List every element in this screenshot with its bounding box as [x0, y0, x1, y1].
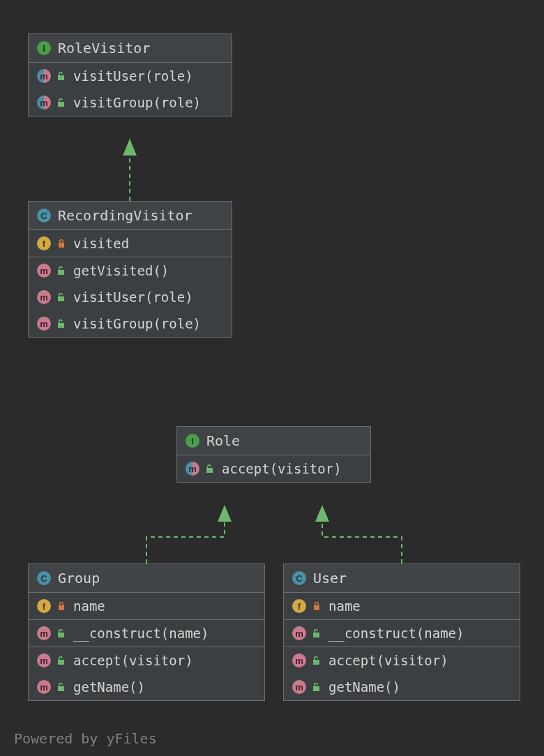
method-name: visitGroup(role)	[73, 95, 201, 110]
interface-icon: I	[37, 41, 51, 55]
method-row[interactable]: m __construct(name)	[29, 620, 264, 647]
method-name: visitUser(role)	[73, 68, 193, 84]
class-title: Group	[58, 570, 100, 587]
unlock-icon	[56, 98, 66, 107]
class-header: C User	[284, 564, 520, 593]
class-group[interactable]: C Group f name m __construct(name) m acc…	[28, 564, 265, 701]
abstract-method-icon	[37, 69, 51, 83]
unlock-icon	[56, 682, 66, 692]
method-name: __construct(name)	[73, 626, 209, 641]
field-icon: f	[37, 236, 51, 250]
field-row[interactable]: f name	[29, 593, 264, 619]
powered-by-label: Powered by yFiles	[14, 730, 157, 747]
class-icon: C	[37, 209, 51, 222]
unlock-icon	[56, 319, 66, 328]
class-title: RoleVisitor	[58, 40, 150, 56]
methods-section: m getVisited() m visitUser(role) m visit…	[29, 257, 232, 337]
class-title: RecordingVisitor	[58, 207, 192, 224]
method-icon: m	[292, 680, 306, 694]
methods-section: accept(visitor)	[177, 455, 370, 482]
method-name: getName()	[328, 679, 400, 695]
unlock-icon	[312, 628, 322, 638]
field-row[interactable]: f visited	[29, 230, 232, 257]
methods-section: m __construct(name)	[29, 620, 264, 647]
method-icon: m	[37, 317, 51, 331]
unlock-icon	[205, 464, 215, 474]
class-title: User	[313, 570, 347, 587]
lock-icon	[56, 601, 66, 611]
methods-section: m accept(visitor) m getName()	[29, 647, 264, 700]
method-row[interactable]: accept(visitor)	[177, 455, 370, 482]
class-header: I RoleVisitor	[29, 34, 232, 63]
method-name: __construct(name)	[328, 626, 464, 641]
method-name: getVisited()	[73, 263, 169, 278]
class-role[interactable]: I Role accept(visitor)	[176, 426, 371, 483]
method-row[interactable]: m getName()	[29, 674, 264, 700]
unlock-icon	[312, 682, 322, 692]
method-row[interactable]: m visitUser(role)	[29, 284, 232, 310]
method-icon: m	[37, 264, 51, 278]
methods-section: m accept(visitor) m getName()	[284, 647, 520, 700]
class-rolevisitor[interactable]: I RoleVisitor visitUser(role) visitGroup…	[28, 33, 232, 116]
method-icon: m	[37, 680, 51, 694]
lock-icon	[56, 239, 66, 248]
method-icon: m	[37, 290, 51, 304]
unlock-icon	[56, 266, 66, 275]
interface-icon: I	[186, 434, 199, 448]
class-title: Role	[206, 432, 240, 449]
unlock-icon	[312, 656, 322, 665]
method-name: accept(visitor)	[73, 653, 193, 668]
class-icon: C	[37, 571, 51, 585]
method-row[interactable]: m accept(visitor)	[29, 647, 264, 674]
method-name: getName()	[73, 679, 145, 695]
method-icon: m	[37, 653, 51, 667]
method-icon: m	[37, 626, 51, 640]
method-icon: m	[292, 626, 306, 640]
method-name: visitGroup(role)	[73, 316, 201, 331]
method-row[interactable]: visitUser(role)	[29, 63, 232, 89]
method-row[interactable]: m accept(visitor)	[284, 647, 520, 674]
class-icon: C	[292, 571, 306, 585]
lock-icon	[312, 601, 322, 611]
class-header: C Group	[29, 564, 264, 593]
method-name: visitUser(role)	[73, 289, 193, 305]
field-row[interactable]: f name	[284, 593, 520, 619]
unlock-icon	[56, 292, 66, 302]
field-name: name	[73, 598, 105, 614]
abstract-method-icon	[186, 462, 199, 476]
method-row[interactable]: m getVisited()	[29, 257, 232, 284]
methods-section: m __construct(name)	[284, 620, 520, 647]
method-name: accept(visitor)	[222, 461, 342, 476]
abstract-method-icon	[37, 96, 51, 109]
fields-section: f name	[29, 593, 264, 620]
fields-section: f visited	[29, 230, 232, 257]
field-icon: f	[37, 599, 51, 613]
method-name: accept(visitor)	[328, 653, 448, 668]
methods-section: visitUser(role) visitGroup(role)	[29, 63, 232, 116]
field-name: visited	[73, 236, 129, 251]
unlock-icon	[56, 656, 66, 665]
unlock-icon	[56, 71, 66, 81]
class-header: C RecordingVisitor	[29, 202, 232, 230]
class-header: I Role	[177, 427, 370, 455]
method-row[interactable]: visitGroup(role)	[29, 89, 232, 116]
method-row[interactable]: m __construct(name)	[284, 620, 520, 647]
field-icon: f	[292, 599, 306, 613]
unlock-icon	[56, 628, 66, 638]
method-row[interactable]: m visitGroup(role)	[29, 310, 232, 337]
fields-section: f name	[284, 593, 520, 620]
method-row[interactable]: m getName()	[284, 674, 520, 700]
method-icon: m	[292, 653, 306, 667]
field-name: name	[328, 598, 361, 614]
class-recordingvisitor[interactable]: C RecordingVisitor f visited m getVisite…	[28, 201, 232, 338]
class-user[interactable]: C User f name m __construct(name) m acce…	[283, 564, 520, 701]
